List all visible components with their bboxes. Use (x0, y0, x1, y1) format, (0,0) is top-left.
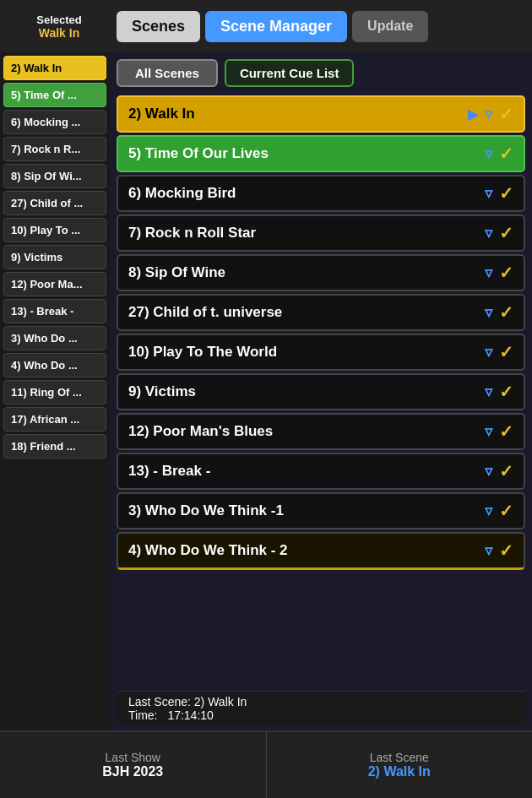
cue-item-label-1: 5) Time Of Our Lives (128, 145, 485, 162)
content: All Scenes Current Cue List 2) Walk In ▶… (110, 52, 532, 730)
cue-icons-8: ▿ ✓ (485, 421, 513, 442)
filter-icon-8: ▿ (485, 422, 492, 441)
footer-last-scene-label: Last Scene (370, 751, 429, 764)
selected-label: Selected (36, 14, 81, 26)
filter-icon-6: ▿ (485, 343, 492, 361)
cue-item-label-11: 4) Who Do We Think - 2 (128, 542, 485, 559)
filter-icon-10: ▿ (485, 502, 492, 520)
check-icon-7: ✓ (499, 382, 513, 402)
sidebar-item-1[interactable]: 5) Time Of ... (3, 83, 106, 107)
footer: Last Show BJH 2023 Last Scene 2) Walk In (0, 730, 532, 798)
sidebar-item-10[interactable]: 3) Who Do ... (3, 326, 106, 350)
cue-item-3[interactable]: 7) Rock n Roll Star ▿ ✓ (117, 214, 525, 252)
sidebar-item-8[interactable]: 12) Poor Ma... (3, 272, 106, 296)
selected-panel: Selected Walk In (8, 7, 110, 46)
cue-list: 2) Walk In ▶ ▿ ✓ 5) Time Of Our Lives ▿ … (117, 95, 525, 686)
time-value: 17:14:10 (167, 708, 214, 722)
cue-item-label-2: 6) Mocking Bird (128, 185, 485, 202)
cue-item-9[interactable]: 13) - Break - ▿ ✓ (117, 453, 525, 490)
sidebar-item-5[interactable]: 27) Child of ... (3, 191, 106, 215)
cue-item-label-4: 8) Sip Of Wine (128, 264, 485, 281)
filter-icon-4: ▿ (485, 263, 492, 282)
cue-item-label-10: 3) Who Do We Think -1 (128, 502, 485, 519)
main-area: 2) Walk In 5) Time Of ... 6) Mocking ...… (0, 52, 532, 730)
cue-icons-7: ▿ ✓ (485, 382, 513, 402)
cue-item-label-0: 2) Walk In (128, 106, 468, 122)
cue-item-label-3: 7) Rock n Roll Star (128, 225, 485, 242)
last-scene-value: 2) Walk In (194, 695, 247, 708)
cue-item-11[interactable]: 4) Who Do We Think - 2 ▿ ✓ (117, 532, 525, 570)
sidebar-item-13[interactable]: 17) African ... (3, 407, 106, 432)
check-icon-8: ✓ (499, 421, 513, 442)
footer-last-scene-value: 2) Walk In (368, 764, 431, 779)
cue-item-4[interactable]: 8) Sip Of Wine ▿ ✓ (117, 254, 525, 291)
sidebar-item-9[interactable]: 13) - Break - (3, 299, 106, 323)
sidebar-item-7[interactable]: 9) Victims (3, 245, 106, 269)
check-icon-9: ✓ (499, 461, 513, 481)
cue-icons-3: ▿ ✓ (485, 223, 513, 243)
last-scene-label: Last Scene: (128, 695, 191, 708)
cue-icons-2: ▿ ✓ (485, 183, 513, 204)
cue-icons-1: ▿ ✓ (485, 144, 513, 164)
all-scenes-button[interactable]: All Scenes (117, 59, 218, 87)
status-bar: Last Scene: 2) Walk In Time: 17:14:10 (117, 691, 525, 724)
cue-item-label-5: 27) Child of t. universe (128, 304, 485, 321)
check-icon-5: ✓ (499, 302, 513, 323)
filter-icon-2: ▿ (485, 184, 492, 203)
sidebar-item-6[interactable]: 10) Play To ... (3, 218, 106, 242)
filter-icon-7: ▿ (485, 383, 492, 401)
cue-item-label-6: 10) Play To The World (128, 344, 485, 361)
sidebar-item-2[interactable]: 6) Mocking ... (3, 110, 106, 134)
sidebar-item-3[interactable]: 7) Rock n R... (3, 137, 106, 161)
sidebar: 2) Walk In 5) Time Of ... 6) Mocking ...… (0, 52, 110, 730)
sidebar-item-14[interactable]: 18) Friend ... (3, 434, 106, 459)
selected-value: Walk In (39, 26, 80, 40)
cue-item-7[interactable]: 9) Victims ▿ ✓ (117, 373, 525, 410)
cue-item-2[interactable]: 6) Mocking Bird ▿ ✓ (117, 175, 525, 212)
play-icon-0: ▶ (468, 106, 478, 122)
sidebar-item-12[interactable]: 11) Ring Of ... (3, 380, 106, 404)
tab-scene-manager[interactable]: Scene Manager (205, 11, 347, 42)
tab-scenes[interactable]: Scenes (117, 11, 200, 42)
footer-last-show-value: BJH 2023 (102, 764, 163, 779)
cue-item-10[interactable]: 3) Who Do We Think -1 ▿ ✓ (117, 492, 525, 529)
cue-item-1[interactable]: 5) Time Of Our Lives ▿ ✓ (117, 135, 525, 172)
cue-item-label-8: 12) Poor Man's Blues (128, 423, 485, 440)
sidebar-item-4[interactable]: 8) Sip Of Wi... (3, 164, 106, 188)
check-icon-0: ✓ (499, 104, 513, 124)
filter-bar: All Scenes Current Cue List (117, 59, 525, 87)
cue-icons-9: ▿ ✓ (485, 461, 513, 481)
cue-item-5[interactable]: 27) Child of t. universe ▿ ✓ (117, 294, 525, 331)
filter-icon-0: ▿ (485, 105, 492, 123)
current-cue-list-button[interactable]: Current Cue List (225, 59, 355, 87)
status-last-scene: Last Scene: 2) Walk In (128, 695, 513, 708)
cue-item-0[interactable]: 2) Walk In ▶ ▿ ✓ (117, 95, 525, 133)
status-time: Time: 17:14:10 (128, 708, 513, 722)
check-icon-10: ✓ (499, 501, 513, 521)
footer-left: Last Show BJH 2023 (0, 732, 267, 798)
filter-icon-3: ▿ (485, 224, 492, 242)
footer-last-show-label: Last Show (106, 751, 160, 764)
sidebar-item-0[interactable]: 2) Walk In (3, 56, 106, 80)
check-icon-3: ✓ (499, 223, 513, 243)
check-icon-2: ✓ (499, 183, 513, 204)
tabs: Scenes Scene Manager Update (117, 11, 524, 42)
filter-icon-9: ▿ (485, 462, 492, 480)
cue-item-8[interactable]: 12) Poor Man's Blues ▿ ✓ (117, 413, 525, 450)
cue-icons-10: ▿ ✓ (485, 501, 513, 521)
screen: Selected Walk In Scenes Scene Manager Up… (0, 0, 532, 798)
check-icon-11: ✓ (499, 540, 513, 561)
filter-icon-1: ▿ (485, 144, 492, 163)
cue-item-6[interactable]: 10) Play To The World ▿ ✓ (117, 334, 525, 371)
cue-icons-4: ▿ ✓ (485, 263, 513, 283)
cue-icons-6: ▿ ✓ (485, 342, 513, 362)
check-icon-1: ✓ (499, 144, 513, 164)
top-bar: Selected Walk In Scenes Scene Manager Up… (0, 0, 532, 52)
cue-icons-5: ▿ ✓ (485, 302, 513, 323)
footer-right: Last Scene 2) Walk In (267, 732, 533, 798)
sidebar-item-11[interactable]: 4) Who Do ... (3, 353, 106, 377)
cue-icons-0: ▶ ▿ ✓ (468, 104, 513, 124)
filter-icon-5: ▿ (485, 303, 492, 322)
time-label: Time: (128, 708, 157, 722)
tab-update[interactable]: Update (352, 11, 428, 42)
